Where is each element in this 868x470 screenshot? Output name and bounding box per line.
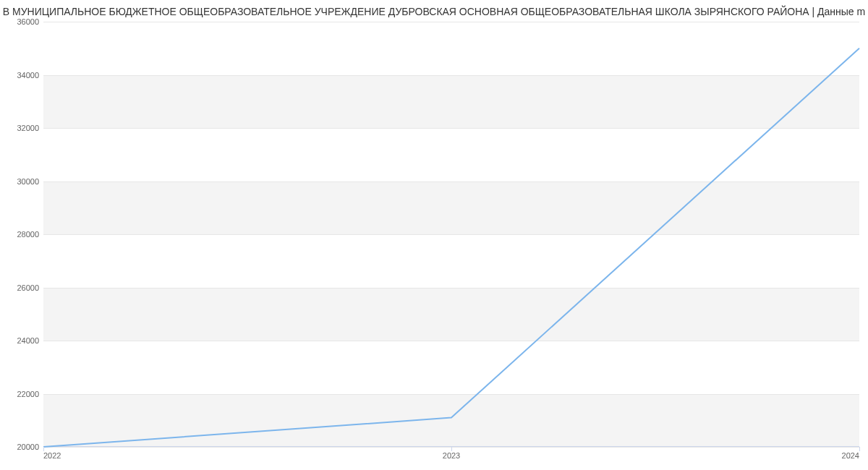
x-tick-label: 2023 [443, 451, 460, 460]
y-tick-label: 20000 [4, 443, 39, 451]
line-series [43, 22, 859, 447]
y-tick-label: 28000 [4, 230, 39, 239]
x-tick-label: 2022 [43, 451, 61, 460]
y-tick-label: 24000 [4, 336, 39, 345]
y-tick-label: 26000 [4, 283, 39, 292]
y-tick-label: 32000 [4, 124, 39, 132]
y-tick-label: 30000 [4, 177, 39, 186]
y-tick-label: 36000 [4, 17, 39, 26]
x-tick-mark [859, 447, 860, 451]
y-tick-label: 34000 [4, 71, 39, 80]
y-tick-label: 22000 [4, 390, 39, 398]
x-tick-label: 2024 [842, 451, 859, 460]
plot-area [43, 22, 859, 447]
chart-title: В МУНИЦИПАЛЬНОЕ БЮДЖЕТНОЕ ОБЩЕОБРАЗОВАТЕ… [0, 6, 868, 17]
